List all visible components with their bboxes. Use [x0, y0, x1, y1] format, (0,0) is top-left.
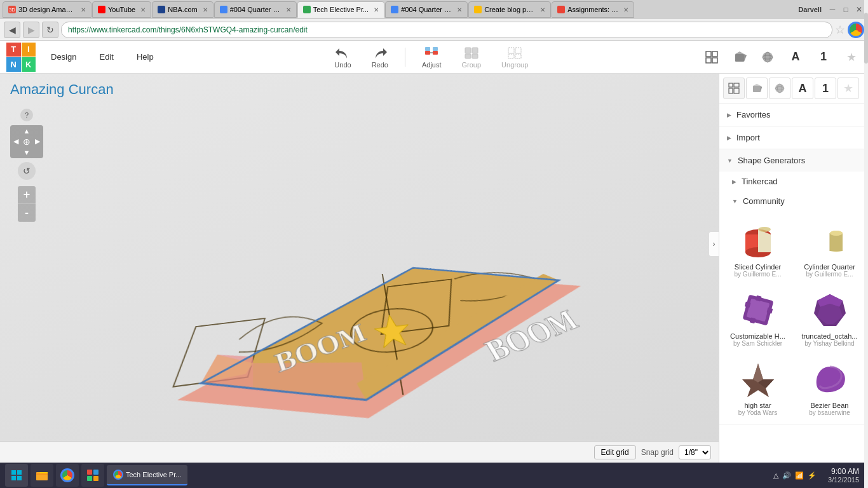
- tab-nba[interactable]: NBA.com ✕: [152, 1, 213, 18]
- svg-rect-10: [515, 48, 521, 53]
- taskbar-chrome[interactable]: [56, 464, 79, 487]
- shape-cylinder-quarter[interactable]: Cylinder Quarter by Guillermo E...: [795, 215, 864, 281]
- canvas-area[interactable]: Amazing Curcan ? ▲ ◀ ⊕ ▶ ▼ ↺ +: [0, 74, 719, 463]
- toolbar-undo[interactable]: Undo: [328, 43, 357, 71]
- shape-truncated-octahedron[interactable]: truncated_octah... by Yishay Belkind: [795, 284, 864, 351]
- taskbar-explorer[interactable]: [31, 464, 53, 487]
- svg-marker-18: [735, 51, 744, 54]
- app-container: T I N K Design Edit Help Undo Redo: [0, 41, 868, 463]
- group-label: Group: [462, 61, 482, 69]
- shape-sliced-cylinder[interactable]: Sliced Cylinder by Guillermo E...: [723, 215, 792, 281]
- nav-help[interactable]: Help: [129, 48, 161, 65]
- panel-text-icon[interactable]: A: [792, 78, 813, 99]
- toolbar-redo[interactable]: Redo: [365, 43, 395, 71]
- text-tool-icon[interactable]: A: [785, 47, 806, 67]
- nav-edit[interactable]: Edit: [92, 48, 121, 65]
- close-btn[interactable]: ✕: [853, 3, 865, 16]
- right-panel: A 1 ★ ▶ Favorites ▶ Import: [719, 74, 868, 463]
- minimize-btn[interactable]: ─: [826, 3, 839, 16]
- tab-create-blog[interactable]: Create blog post... ✕: [468, 1, 551, 18]
- panel-toolbar: A 1 ★: [719, 74, 868, 104]
- grid-view-icon[interactable]: [702, 47, 722, 67]
- svg-rect-73: [87, 470, 92, 475]
- reload-btn[interactable]: ↻: [42, 22, 58, 38]
- svg-marker-43: [761, 86, 762, 92]
- panel-scrollbar[interactable]: [864, 74, 868, 463]
- panel-collapse-btn[interactable]: ›: [709, 231, 719, 257]
- svg-marker-54: [830, 233, 843, 251]
- svg-rect-74: [93, 470, 98, 475]
- zoom-in-btn[interactable]: +: [18, 186, 36, 204]
- truncated-octahedron-preview: [808, 288, 852, 332]
- address-box[interactable]: https://www.tinkercad.com/things/6N6xhST…: [61, 22, 832, 38]
- svg-rect-12: [515, 54, 521, 58]
- star-btn[interactable]: ☆: [835, 23, 845, 37]
- logo-cell-i: I: [22, 43, 36, 57]
- box-view-icon[interactable]: [729, 47, 750, 67]
- edit-grid-btn[interactable]: Edit grid: [594, 445, 636, 459]
- panel-star-icon[interactable]: ★: [837, 78, 859, 99]
- svg-rect-8: [472, 54, 478, 58]
- nav-cube[interactable]: ▲ ◀ ⊕ ▶ ▼: [10, 125, 43, 158]
- panel-sphere-icon[interactable]: [769, 78, 790, 99]
- community-sub-header[interactable]: ▼ Community: [719, 191, 868, 211]
- tab-assignments[interactable]: Assignments: T... ✕: [552, 1, 634, 18]
- svg-rect-76: [93, 476, 98, 481]
- nav-design[interactable]: Design: [43, 48, 84, 65]
- start-btn[interactable]: [5, 464, 28, 487]
- system-tray: △ 🔊 📶 ⚡: [768, 471, 822, 480]
- clock-display[interactable]: 9:00 AM 3/12/2015: [824, 467, 863, 484]
- panel-grid-icon[interactable]: [723, 78, 745, 99]
- tab-3d-design[interactable]: 3D 3D design Amazi... ✕: [3, 1, 92, 18]
- help-button[interactable]: ?: [20, 109, 33, 121]
- shape-customizable-h[interactable]: Customizable H... by Sam Schickler: [723, 284, 792, 351]
- snap-label: Snap grid: [641, 448, 674, 457]
- toolbar-group[interactable]: Group: [456, 43, 488, 71]
- favorites-header[interactable]: ▶ Favorites: [719, 104, 868, 126]
- taskbar-apps[interactable]: [81, 464, 104, 487]
- svg-rect-14: [712, 51, 717, 57]
- shape-bezier-bean[interactable]: Bezier Bean by bsauerwine: [795, 353, 864, 420]
- shape-generators-header[interactable]: ▼ Shape Generators: [719, 149, 868, 172]
- tab-quarter3-1[interactable]: #004 Quarter 3 P... ✕: [214, 1, 297, 18]
- sphere-view-icon[interactable]: [757, 47, 778, 67]
- back-btn[interactable]: ◀: [4, 22, 20, 38]
- import-header[interactable]: ▶ Import: [719, 126, 868, 149]
- shape-high-star[interactable]: high star by Yoda Wars: [723, 353, 792, 420]
- forward-btn[interactable]: ▶: [23, 22, 39, 38]
- undo-label: Undo: [334, 61, 351, 69]
- svg-rect-37: [729, 83, 733, 87]
- community-subsection: ▼ Community: [719, 191, 868, 424]
- toolbar-ungroup[interactable]: Ungroup: [495, 43, 534, 71]
- shape-generators-section: ▼ Shape Generators ▶ Tinkercad: [719, 149, 868, 424]
- rotate-view-btn[interactable]: ↺: [18, 162, 36, 180]
- svg-rect-6: [472, 48, 478, 53]
- community-shapes-grid: Sliced Cylinder by Guillermo E...: [719, 211, 868, 424]
- tab-tech-elective[interactable]: Tech Elective Pr... ✕: [297, 1, 384, 18]
- snap-select[interactable]: 1/8" 1/4" 1/2" 1": [679, 445, 711, 459]
- svg-rect-11: [508, 54, 514, 58]
- tinkercad-sub-header[interactable]: ▶ Tinkercad: [719, 172, 868, 191]
- tab-youtube[interactable]: YouTube ✕: [92, 1, 151, 18]
- zoom-out-btn[interactable]: -: [18, 204, 36, 222]
- svg-rect-75: [87, 476, 92, 481]
- panel-number-icon[interactable]: 1: [815, 78, 836, 99]
- court-3d-view[interactable]: BOOM BOOM: [51, 112, 712, 431]
- redo-label: Redo: [372, 61, 388, 69]
- taskbar-browser-2[interactable]: Tech Elective Pr...: [107, 465, 187, 485]
- svg-rect-68: [11, 470, 16, 475]
- toolbar-adjust[interactable]: Adjust: [416, 43, 448, 71]
- cylinder-quarter-author: by Guillermo E...: [806, 271, 853, 278]
- high-star-preview: [736, 357, 780, 402]
- maximize-btn[interactable]: □: [839, 3, 852, 16]
- svg-rect-7: [465, 54, 471, 58]
- star-favorites-icon[interactable]: ★: [841, 47, 862, 67]
- bezier-bean-name: Bezier Bean: [811, 402, 849, 409]
- tinkercad-logo[interactable]: T I N K: [6, 43, 36, 72]
- number-tool-icon[interactable]: 1: [813, 47, 834, 67]
- time-display: 9:00 AM: [828, 467, 859, 476]
- tab-quarter3-2[interactable]: #004 Quarter 3 P... ✕: [385, 1, 468, 18]
- chrome-icon[interactable]: [848, 22, 864, 38]
- svg-rect-15: [706, 58, 711, 63]
- panel-box-icon[interactable]: [746, 78, 768, 99]
